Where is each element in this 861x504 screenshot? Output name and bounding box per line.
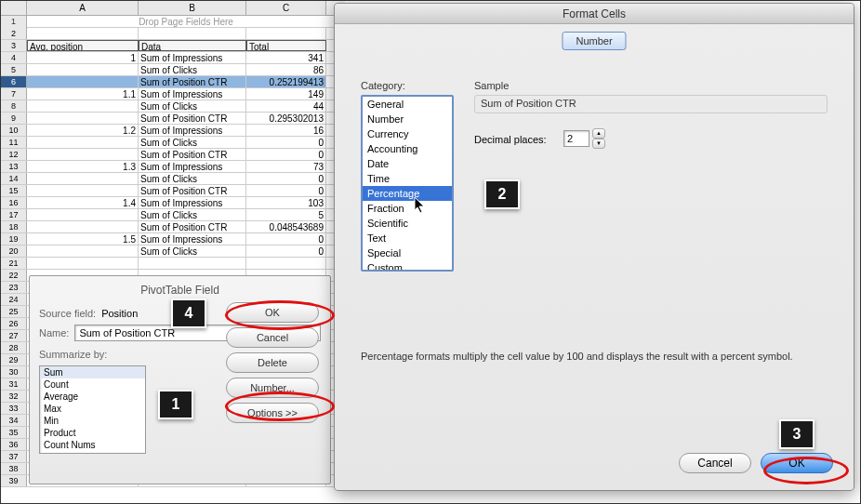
cell[interactable]: Sum of Position CTR (139, 221, 246, 232)
cell[interactable] (246, 258, 326, 269)
cell[interactable]: 1.3 (27, 161, 139, 172)
cell[interactable]: 16 (246, 125, 326, 136)
cell[interactable]: 0 (246, 185, 326, 196)
cell[interactable] (139, 28, 246, 39)
category-option[interactable]: Custom (363, 260, 452, 272)
row-header[interactable]: 38 (1, 463, 27, 474)
cell[interactable]: Sum of Clicks (139, 100, 246, 112)
delete-button[interactable]: Delete (226, 352, 319, 373)
corner-cell[interactable] (1, 1, 27, 15)
row-header[interactable]: 5 (1, 64, 27, 75)
category-option[interactable]: Date (363, 156, 452, 171)
summarize-option[interactable]: Min (40, 415, 145, 427)
summarize-option[interactable]: Sum (40, 366, 145, 378)
cell[interactable] (27, 28, 139, 39)
cell[interactable] (27, 113, 139, 124)
cell[interactable] (27, 245, 139, 257)
row-header[interactable]: 31 (1, 378, 27, 390)
cell[interactable] (27, 76, 139, 87)
format-ok-button[interactable]: OK (761, 453, 833, 473)
row-header[interactable]: 35 (1, 427, 27, 438)
cell[interactable]: Sum of Clicks (139, 173, 246, 184)
cell[interactable]: 0 (246, 173, 326, 184)
cell[interactable]: 0 (246, 245, 326, 257)
row-header[interactable]: 9 (1, 113, 27, 124)
cell[interactable]: Sum of Impressions (139, 52, 246, 63)
row-header[interactable]: 36 (1, 439, 27, 450)
summarize-option[interactable]: Average (40, 391, 145, 403)
row-header[interactable]: 16 (1, 197, 27, 208)
cell[interactable]: Sum of Position CTR (139, 149, 246, 160)
row-header[interactable]: 4 (1, 52, 27, 63)
row-header[interactable]: 33 (1, 403, 27, 414)
cell[interactable]: 5 (246, 209, 326, 220)
ok-button[interactable]: OK (226, 302, 319, 323)
cell[interactable]: 1 (27, 52, 139, 63)
summarize-option[interactable]: Max (40, 403, 145, 415)
category-option[interactable]: Scientific (363, 216, 452, 231)
cell[interactable]: 86 (246, 64, 326, 75)
category-option[interactable]: Fraction (363, 201, 452, 216)
pivot-header-total[interactable]: Total (246, 40, 326, 51)
category-option[interactable]: Time (363, 171, 452, 186)
cell[interactable] (27, 209, 139, 220)
row-header[interactable]: 30 (1, 366, 27, 378)
options-button[interactable]: Options >> (226, 403, 319, 423)
category-option[interactable]: Percentage (363, 186, 452, 201)
row-header[interactable]: 18 (1, 221, 27, 232)
row-header[interactable]: 20 (1, 245, 27, 257)
row-header[interactable]: 3 (1, 40, 27, 51)
summarize-option[interactable]: Count Nums (40, 439, 145, 451)
row-header[interactable]: 2 (1, 28, 27, 39)
cell[interactable]: Sum of Clicks (139, 64, 246, 75)
cell[interactable]: Sum of Position CTR (139, 113, 246, 124)
row-header[interactable]: 6 (1, 76, 27, 87)
cell[interactable]: 0.295302013 (246, 113, 326, 124)
cell[interactable]: 1.1 (27, 88, 139, 99)
cell[interactable] (27, 173, 139, 184)
row-header[interactable]: 21 (1, 258, 27, 269)
cell[interactable] (27, 137, 139, 148)
cell[interactable]: 1.5 (27, 233, 139, 245)
col-header-B[interactable]: B (139, 1, 246, 15)
decimal-stepper[interactable]: ▲ ▼ (592, 128, 605, 149)
row-header[interactable]: 37 (1, 451, 27, 462)
category-option[interactable]: Number (363, 112, 452, 126)
cell[interactable] (27, 221, 139, 232)
cell[interactable] (27, 258, 139, 269)
cell[interactable]: Sum of Clicks (139, 245, 246, 257)
cell[interactable]: 1.4 (27, 197, 139, 208)
row-header[interactable]: 13 (1, 161, 27, 172)
stepper-up-icon[interactable]: ▲ (592, 128, 605, 139)
category-option[interactable]: Special (363, 245, 452, 260)
cell[interactable]: 0 (246, 149, 326, 160)
cell[interactable]: 149 (246, 88, 326, 99)
cell[interactable]: 1.2 (27, 125, 139, 136)
row-header[interactable]: 34 (1, 415, 27, 426)
col-header-C[interactable]: C (246, 1, 326, 15)
category-option[interactable]: Text (363, 231, 452, 245)
cell[interactable] (27, 64, 139, 75)
cell[interactable]: Sum of Impressions (139, 233, 246, 245)
cell[interactable]: Sum of Position CTR (139, 76, 246, 87)
cell[interactable] (27, 185, 139, 196)
row-header[interactable]: 8 (1, 100, 27, 112)
cell[interactable]: 73 (246, 161, 326, 172)
row-header[interactable]: 15 (1, 185, 27, 196)
format-cancel-button[interactable]: Cancel (679, 453, 751, 473)
cell[interactable]: 103 (246, 197, 326, 208)
row-header[interactable]: 11 (1, 137, 27, 148)
summarize-by-list[interactable]: SumCountAverageMaxMinProductCount Nums (39, 365, 146, 454)
summarize-option[interactable]: Count (40, 378, 145, 391)
row-header[interactable]: 23 (1, 282, 27, 293)
cell[interactable] (27, 100, 139, 112)
cell[interactable] (139, 258, 246, 269)
category-option[interactable]: Currency (363, 126, 452, 141)
cell[interactable]: Sum of Clicks (139, 209, 246, 220)
row-header[interactable]: 19 (1, 233, 27, 245)
row-header[interactable]: 25 (1, 306, 27, 317)
cell[interactable]: Sum of Impressions (139, 88, 246, 99)
cell[interactable]: Sum of Position CTR (139, 185, 246, 196)
cell[interactable]: Sum of Impressions (139, 197, 246, 208)
stepper-down-icon[interactable]: ▼ (592, 139, 605, 149)
